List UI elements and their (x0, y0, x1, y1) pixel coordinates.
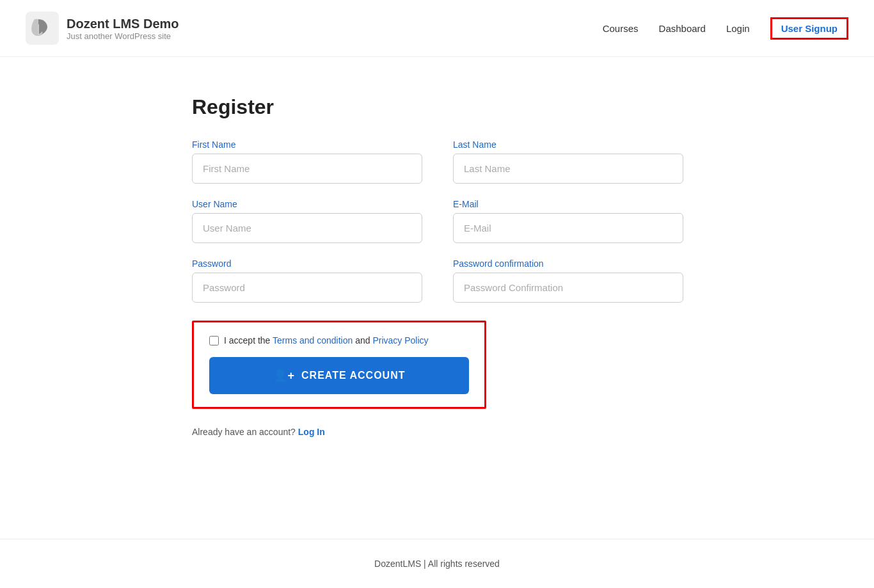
last-name-input[interactable] (453, 154, 683, 184)
email-label: E-Mail (453, 199, 683, 209)
nav-courses[interactable]: Courses (603, 23, 639, 34)
privacy-policy-link[interactable]: Privacy Policy (372, 335, 428, 346)
create-account-label: CREATE ACCOUNT (301, 370, 405, 381)
nav-login[interactable]: Login (726, 23, 750, 34)
site-header: Dozent LMS Demo Just another WordPress s… (0, 0, 874, 57)
login-row: Already have an account? Log In (192, 427, 325, 437)
already-account-text: Already have an account? (192, 427, 296, 437)
register-form: First Name Last Name User Name E-Mail Pa… (192, 139, 683, 303)
username-label: User Name (192, 199, 422, 209)
last-name-label: Last Name (453, 139, 683, 150)
email-input[interactable] (453, 213, 683, 243)
main-content: Register First Name Last Name User Name … (0, 57, 874, 475)
login-link[interactable]: Log In (298, 427, 325, 437)
email-group: E-Mail (453, 199, 683, 243)
terms-checkbox[interactable] (209, 336, 219, 346)
password-group: Password (192, 258, 422, 303)
site-subtitle: Just another WordPress site (67, 31, 179, 41)
last-name-group: Last Name (453, 139, 683, 184)
password-input[interactable] (192, 273, 422, 303)
site-title: Dozent LMS Demo (67, 16, 179, 31)
password-confirmation-label: Password confirmation (453, 258, 683, 269)
site-footer: DozentLMS | All rights reserved (0, 539, 874, 588)
first-name-input[interactable] (192, 154, 422, 184)
terms-text: I accept the Terms and condition and Pri… (224, 335, 429, 346)
password-confirmation-group: Password confirmation (453, 258, 683, 303)
nav-user-signup[interactable]: User Signup (770, 17, 848, 40)
terms-row: I accept the Terms and condition and Pri… (209, 335, 469, 346)
register-title: Register (192, 95, 274, 119)
user-plus-icon: 👤+ (273, 369, 296, 383)
first-name-label: First Name (192, 139, 422, 150)
password-confirmation-input[interactable] (453, 273, 683, 303)
footer-text: DozentLMS | All rights reserved (374, 559, 500, 569)
username-group: User Name (192, 199, 422, 243)
main-nav: Courses Dashboard Login User Signup (603, 17, 848, 40)
create-account-button[interactable]: 👤+ CREATE ACCOUNT (209, 357, 469, 394)
site-info: Dozent LMS Demo Just another WordPress s… (67, 16, 179, 41)
terms-and-condition-link[interactable]: Terms and condition (273, 335, 353, 346)
password-label: Password (192, 258, 422, 269)
first-name-group: First Name (192, 139, 422, 184)
site-logo (26, 12, 59, 45)
nav-dashboard[interactable]: Dashboard (659, 23, 706, 34)
logo-area: Dozent LMS Demo Just another WordPress s… (26, 12, 179, 45)
username-input[interactable] (192, 213, 422, 243)
bottom-section: I accept the Terms and condition and Pri… (192, 321, 486, 409)
